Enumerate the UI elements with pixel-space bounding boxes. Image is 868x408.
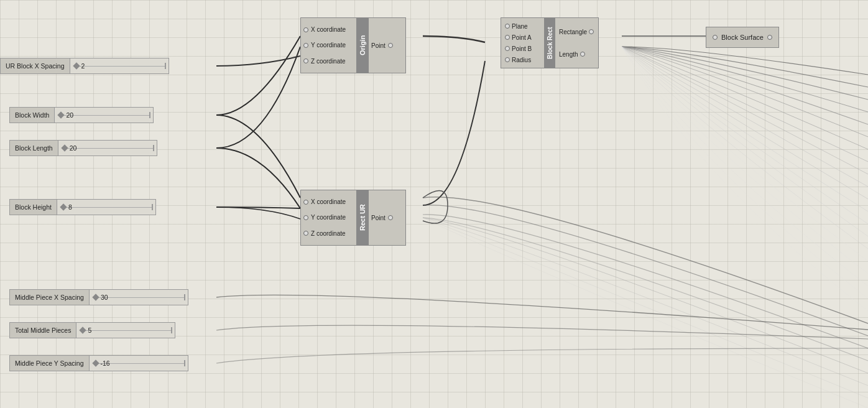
block-width-label: Block Width: [9, 107, 54, 123]
rect-ur-node[interactable]: X coordinate Y coordinate Z coordinate R…: [300, 190, 406, 246]
block-rect-radius: Radius: [505, 54, 540, 65]
block-rect-point-b: Point B: [505, 43, 540, 54]
rect-ur-port-z-label: Z coordinate: [311, 230, 346, 237]
middle-piece-y-spacing-label: Middle Piece Y Spacing: [9, 355, 89, 371]
middle-piece-x-spacing-track[interactable]: 30: [89, 289, 188, 305]
block-length-node: Block Length 20: [9, 140, 157, 156]
ur-block-x-spacing-track[interactable]: 2: [70, 58, 169, 74]
middle-piece-x-spacing-label: Middle Piece X Spacing: [9, 289, 89, 305]
block-height-value: 8: [68, 203, 72, 211]
block-rect-outputs: Rectangle Length: [555, 17, 599, 68]
rect-ur-output-point: Point: [371, 211, 403, 224]
ur-block-x-spacing-node: UR Block X Spacing 2: [0, 58, 169, 74]
middle-piece-y-spacing-node: Middle Piece Y Spacing -16: [9, 355, 188, 371]
block-surface-label: Block Surface: [721, 34, 764, 41]
block-length-diamond: [61, 144, 68, 151]
rect-ur-port-y: Y coordinate: [303, 211, 354, 224]
block-height-label: Block Height: [9, 199, 57, 215]
total-middle-pieces-diamond: [80, 327, 86, 333]
block-rect-point-b-label: Point B: [512, 45, 532, 52]
block-height-tick: [152, 204, 153, 210]
origin-port-y-dot: [303, 43, 308, 48]
block-rect-point-a-dot: [505, 35, 510, 40]
rect-ur-port-z-dot: [303, 231, 308, 236]
block-rect-plane-dot: [505, 24, 510, 29]
block-width-tick: [149, 112, 150, 118]
rect-ur-port-y-label: Y coordinate: [311, 214, 346, 221]
block-surface-node[interactable]: Block Surface: [706, 27, 779, 48]
block-rect-title: Block Rect: [544, 17, 555, 68]
rect-ur-port-x-dot: [303, 200, 308, 205]
total-middle-pieces-label: Total Middle Pieces: [9, 322, 76, 338]
block-rect-point-a: Point A: [505, 32, 540, 43]
rect-ur-port-x: X coordinate: [303, 196, 354, 208]
block-width-diamond: [58, 111, 65, 118]
block-rect-plane: Plane: [505, 21, 540, 32]
origin-port-z-label: Z coordinate: [311, 58, 346, 65]
rect-ur-port-y-dot: [303, 215, 308, 220]
block-length-tick: [153, 145, 154, 151]
middle-piece-y-spacing-diamond: [92, 359, 99, 366]
block-surface-output-dot: [767, 35, 772, 40]
origin-port-x: X coordinate: [303, 24, 354, 36]
origin-output-label: Point: [371, 42, 386, 49]
block-rect-length: Length: [559, 49, 594, 60]
rect-ur-port-z: Z coordinate: [303, 227, 354, 239]
ur-block-x-spacing-label: UR Block X Spacing: [0, 58, 70, 74]
total-middle-pieces-value: 5: [88, 327, 91, 334]
block-rect-length-dot: [580, 52, 585, 57]
rect-ur-output: Point: [368, 190, 405, 245]
middle-piece-y-spacing-track[interactable]: -16: [89, 355, 188, 371]
block-rect-length-label: Length: [559, 51, 578, 58]
block-rect-node[interactable]: Plane Point A Point B Radius Block Rect …: [501, 17, 599, 68]
total-middle-pieces-tick: [171, 327, 172, 333]
middle-piece-x-spacing-value: 30: [101, 294, 108, 301]
rect-ur-title: Rect UR: [357, 190, 368, 245]
rect-ur-port-x-label: X coordinate: [311, 198, 346, 205]
origin-port-y: Y coordinate: [303, 39, 354, 52]
block-rect-inputs: Plane Point A Point B Radius: [501, 17, 544, 68]
total-middle-pieces-node: Total Middle Pieces 5: [9, 322, 175, 338]
origin-port-z-dot: [303, 58, 308, 63]
origin-node[interactable]: X coordinate Y coordinate Z coordinate O…: [300, 17, 406, 73]
ur-block-x-spacing-tick: [165, 63, 166, 69]
block-rect-rectangle-dot: [589, 29, 594, 34]
rect-ur-ports: X coordinate Y coordinate Z coordinate: [301, 190, 357, 245]
block-height-track[interactable]: 8: [57, 199, 156, 215]
block-height-diamond: [60, 203, 67, 210]
total-middle-pieces-track[interactable]: 5: [76, 322, 175, 338]
origin-title: Origin: [357, 18, 368, 73]
origin-output: Point: [368, 18, 405, 73]
rect-ur-output-dot: [388, 215, 393, 220]
block-width-value: 20: [66, 111, 73, 119]
origin-port-z: Z coordinate: [303, 55, 354, 67]
ur-block-x-spacing-value: 2: [81, 62, 85, 70]
block-rect-point-a-label: Point A: [512, 34, 532, 41]
block-length-label: Block Length: [9, 140, 58, 156]
origin-port-x-dot: [303, 27, 308, 32]
middle-piece-x-spacing-diamond: [92, 294, 99, 300]
ur-block-x-spacing-diamond: [73, 62, 80, 69]
block-rect-radius-dot: [505, 57, 510, 62]
block-rect-radius-label: Radius: [512, 57, 531, 63]
origin-port-x-label: X coordinate: [311, 26, 346, 33]
middle-piece-x-spacing-tick: [184, 294, 185, 300]
block-height-node: Block Height 8: [9, 199, 156, 215]
middle-piece-y-spacing-tick: [184, 360, 185, 366]
block-rect-plane-label: Plane: [512, 23, 528, 30]
middle-piece-y-spacing-value: -16: [101, 359, 110, 367]
middle-piece-x-spacing-node: Middle Piece X Spacing 30: [9, 289, 188, 305]
origin-port-y-label: Y coordinate: [311, 42, 346, 49]
origin-output-point: Point: [371, 39, 403, 52]
block-width-track[interactable]: 20: [54, 107, 154, 123]
block-rect-rectangle: Rectangle: [559, 26, 594, 37]
block-width-node: Block Width 20: [9, 107, 154, 123]
block-length-track[interactable]: 20: [58, 140, 157, 156]
block-length-value: 20: [70, 144, 77, 152]
block-rect-rectangle-label: Rectangle: [559, 29, 587, 35]
block-rect-point-b-dot: [505, 46, 510, 51]
origin-output-dot: [388, 43, 393, 48]
rect-ur-output-label: Point: [371, 215, 386, 221]
block-surface-input-dot: [713, 35, 718, 40]
origin-ports: X coordinate Y coordinate Z coordinate: [301, 18, 357, 73]
